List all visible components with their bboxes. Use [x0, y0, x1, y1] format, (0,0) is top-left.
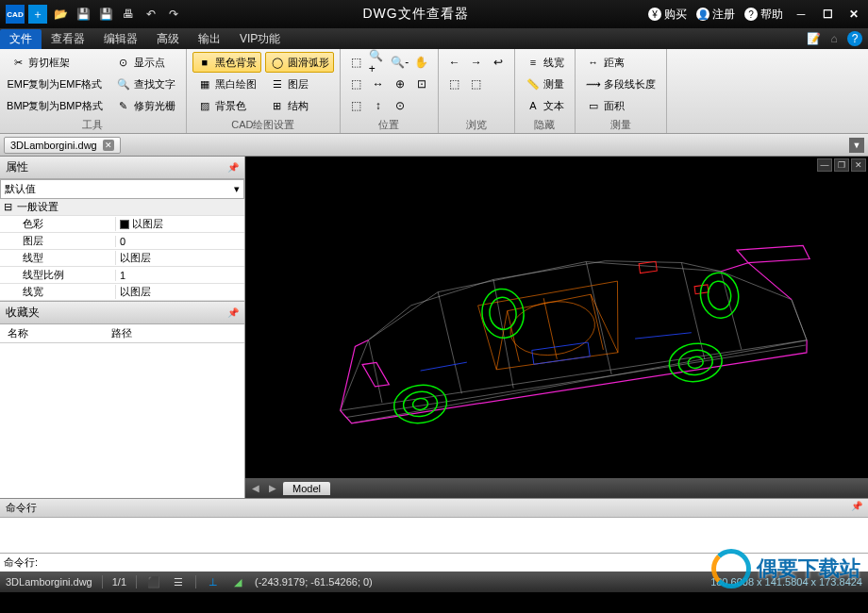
status-coords: (-243.9179; -61.54266; 0): [255, 576, 373, 588]
note-icon[interactable]: 📝: [806, 31, 821, 46]
ribbon-btn[interactable]: ■黑色背景: [192, 52, 261, 73]
ribbon-icon: ☰: [270, 76, 285, 91]
app-icon[interactable]: CAD: [6, 5, 25, 24]
ribbon-btn[interactable]: ☰图层: [265, 74, 334, 94]
props-combo[interactable]: 默认值▾: [0, 179, 244, 199]
ribbon-iconbtn[interactable]: ⬚: [346, 95, 367, 116]
expand-icon[interactable]: ⊟: [0, 201, 15, 213]
status-snap-icon[interactable]: ◢: [230, 574, 245, 589]
ribbon-icon: ■: [197, 55, 212, 70]
home-icon[interactable]: ⌂: [826, 31, 842, 46]
ribbon-btn[interactable]: ⟿多段线长度: [581, 74, 660, 94]
tab-prev-icon[interactable]: ◀: [249, 483, 262, 493]
ribbon-icon: BMP: [10, 98, 25, 113]
buy-button[interactable]: ¥购买: [648, 7, 687, 23]
viewport[interactable]: — ❐ ✕: [245, 157, 868, 498]
app-title: DWG文件查看器: [183, 6, 648, 23]
pin-icon[interactable]: 📌: [851, 501, 862, 515]
ribbon-btn[interactable]: ⊙显示点: [111, 52, 180, 73]
ribbon-group-label: CAD绘图设置: [192, 117, 334, 132]
new-icon[interactable]: ＋: [28, 5, 47, 24]
document-tab[interactable]: 3DLamborgini.dwg ✕: [4, 137, 121, 154]
ribbon-iconbtn[interactable]: ⊕: [390, 74, 410, 94]
ribbon-btn[interactable]: ◯圆滑弧形: [265, 52, 334, 73]
vp-close-icon[interactable]: ✕: [851, 158, 866, 172]
minimize-button[interactable]: ─: [793, 6, 810, 23]
maximize-button[interactable]: ☐: [819, 6, 836, 23]
watermark: 偶要下载站: [711, 549, 860, 588]
pin-icon[interactable]: 📌: [227, 307, 239, 318]
print-icon[interactable]: 🖶: [119, 5, 138, 24]
ribbon-group-3: ←→↩⬚⬚浏览: [439, 49, 515, 133]
ribbon-iconbtn[interactable]: ↕: [368, 95, 389, 116]
ribbon-iconbtn[interactable]: ✋: [411, 52, 432, 73]
menubar: 文件查看器编辑器高级输出VIP功能 📝 ⌂ ?: [0, 28, 868, 49]
model-tab[interactable]: Model: [283, 482, 330, 495]
prop-row[interactable]: 色彩以图层: [0, 216, 244, 233]
close-button[interactable]: ✕: [845, 6, 862, 23]
ribbon-btn[interactable]: ✎修剪光栅: [111, 95, 180, 116]
prop-row[interactable]: 线型比例1: [0, 267, 244, 284]
ribbon-btn[interactable]: ▦黑白绘图: [192, 74, 261, 94]
ribbon-iconbtn[interactable]: ⊡: [411, 74, 432, 94]
tab-menu-icon[interactable]: ▼: [849, 138, 864, 153]
menu-tab-4[interactable]: 输出: [189, 29, 230, 49]
prop-row[interactable]: 图层0: [0, 233, 244, 250]
open-icon[interactable]: 📂: [51, 5, 70, 24]
close-tab-icon[interactable]: ✕: [103, 140, 114, 151]
tab-next-icon[interactable]: ▶: [266, 483, 279, 493]
menu-tab-1[interactable]: 查看器: [42, 29, 94, 49]
ribbon-btn[interactable]: ▭面积: [581, 95, 660, 116]
cmd-title: 命令行: [6, 501, 37, 515]
help-icon[interactable]: ?: [847, 31, 862, 46]
watermark-logo-icon: [711, 549, 751, 588]
ribbon-btn[interactable]: A文本: [521, 95, 569, 116]
ribbon-icon: A: [526, 98, 541, 113]
prop-row[interactable]: 线型以图层: [0, 250, 244, 267]
ribbon-iconbtn[interactable]: ⬚: [346, 52, 367, 73]
ribbon-btn[interactable]: ▨背景色: [192, 95, 261, 116]
ribbon-iconbtn[interactable]: ←: [444, 52, 465, 73]
undo-icon[interactable]: ↶: [142, 5, 160, 24]
ribbon-iconbtn[interactable]: ⬚: [346, 74, 367, 94]
properties-header: 属性📌: [0, 157, 244, 179]
ribbon-iconbtn[interactable]: ⊙: [390, 95, 410, 116]
menu-tab-3[interactable]: 高级: [147, 29, 189, 49]
ribbon-btn[interactable]: ⊞结构: [265, 95, 334, 116]
help-button[interactable]: ?帮助: [744, 7, 783, 23]
saveall-icon[interactable]: 💾: [96, 5, 115, 24]
prop-row[interactable]: 线宽以图层: [0, 284, 244, 301]
favorites-header: 收藏夹📌: [0, 302, 244, 324]
ribbon-btn[interactable]: ≡线宽: [521, 52, 569, 73]
ribbon-btn[interactable]: ↔距离: [581, 52, 660, 73]
ribbon-iconbtn: [488, 74, 509, 94]
document-tab-bar: 3DLamborgini.dwg ✕ ▼: [0, 134, 868, 157]
menu-tab-0[interactable]: 文件: [0, 29, 42, 49]
status-pick-icon[interactable]: ⬛: [146, 574, 161, 589]
ribbon-iconbtn[interactable]: 🔍+: [368, 52, 389, 73]
ribbon-iconbtn[interactable]: ⬚: [466, 74, 487, 94]
ribbon-btn[interactable]: ✂剪切框架: [6, 52, 108, 73]
save-icon[interactable]: 💾: [74, 5, 92, 24]
register-button[interactable]: 👤注册: [696, 7, 735, 23]
vp-minimize-icon[interactable]: —: [817, 158, 832, 172]
pin-icon[interactable]: 📌: [227, 162, 239, 173]
vp-restore-icon[interactable]: ❐: [834, 158, 849, 172]
menu-tab-5[interactable]: VIP功能: [230, 29, 290, 49]
ribbon-btn[interactable]: EMF复制为EMF格式: [6, 74, 108, 94]
ribbon-btn[interactable]: 🔍查找文字: [111, 74, 180, 94]
ribbon-iconbtn[interactable]: ↩: [488, 52, 509, 73]
status-layer-icon[interactable]: ☰: [171, 574, 186, 589]
redo-icon[interactable]: ↷: [164, 5, 183, 24]
ribbon-iconbtn[interactable]: ↔: [368, 74, 389, 94]
ribbon-btn[interactable]: BMP复制为BMP格式: [6, 95, 108, 116]
ribbon-iconbtn[interactable]: →: [466, 52, 487, 73]
status-ortho-icon[interactable]: ⊥: [206, 574, 221, 589]
drawing-canvas[interactable]: [245, 157, 868, 478]
ribbon-group-2: ⬚🔍+🔍-✋⬚↔⊕⊡⬚↕⊙位置: [341, 49, 439, 133]
ribbon-btn[interactable]: 📏测量: [521, 74, 569, 94]
ribbon-icon: ⊞: [270, 98, 285, 113]
menu-tab-2[interactable]: 编辑器: [94, 29, 147, 49]
ribbon-iconbtn[interactable]: 🔍-: [390, 52, 410, 73]
ribbon-iconbtn[interactable]: ⬚: [444, 74, 465, 94]
